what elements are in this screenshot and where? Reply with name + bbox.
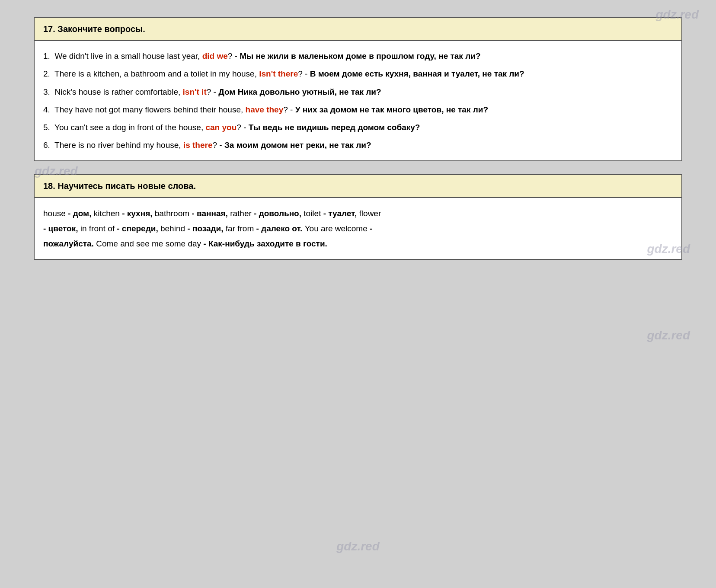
sentence-2-translation: В моем доме есть кухня, ванная и туалет,…: [310, 69, 524, 78]
vocab-flower-en: flower: [359, 209, 381, 218]
sentence-1-before: 1. We didn't live in a small house last …: [43, 51, 202, 61]
sentence-6: 6. There is no river behind my house, is…: [43, 138, 673, 152]
vocab-infront-en: in front of: [80, 224, 115, 233]
sentence-3-after: ? -: [207, 87, 218, 96]
vocab-come-en: Come and see me some day: [96, 239, 201, 248]
exercise-17-block: 17. Закончите вопросы. 1. We didn't live…: [34, 17, 682, 161]
sentence-1-highlight: did we: [202, 51, 228, 61]
exercise-18-title: 18. Научитесь писать новые слова.: [43, 181, 196, 191]
sentence-4-after: ? -: [283, 105, 295, 114]
vocab-come-ru: - Как-нибудь заходите в гости.: [203, 239, 327, 248]
vocab-house-en: house: [43, 209, 66, 218]
sentence-3-before: 3. Nick's house is rather comfortable,: [43, 87, 183, 96]
sentence-5: 5. You can't see a dog in front of the h…: [43, 120, 673, 134]
sentence-3-translation: Дом Ника довольно уютный, не так ли?: [218, 87, 381, 96]
exercise-17-title: 17. Закончите вопросы.: [43, 24, 145, 34]
vocab-bathroom-en: bathroom: [155, 209, 189, 218]
sentence-6-after: ? -: [212, 141, 224, 150]
sentence-4-highlight: have they: [246, 105, 284, 114]
exercise-18-header: 18. Научитесь писать новые слова.: [35, 175, 681, 198]
exercise-18-content: house - дом, kitchen - кухня, bathroom -…: [35, 198, 681, 259]
sentence-2: 2. There is a kitchen, a bathroom and a …: [43, 67, 673, 81]
vocab-house-ru: - дом,: [68, 209, 91, 218]
sentence-1-translation: Мы не жили в маленьком доме в прошлом го…: [240, 51, 480, 61]
sentence-1: 1. We didn't live in a small house last …: [43, 49, 673, 63]
vocab-rather-ru: - довольно,: [254, 209, 301, 218]
vocab-rather-en: rather: [230, 209, 252, 218]
sentence-5-highlight: can you: [205, 123, 237, 132]
sentence-5-before: 5. You can't see a dog in front of the h…: [43, 123, 205, 132]
sentence-5-translation: Ты ведь не видишь перед домом собаку?: [249, 123, 420, 132]
sentence-6-before: 6. There is no river behind my house,: [43, 141, 183, 150]
exercise-17-header: 17. Закончите вопросы.: [35, 18, 681, 41]
vocab-infront-ru: - спереди,: [117, 224, 158, 233]
vocab-behind-ru: - позади,: [187, 224, 223, 233]
exercise-17-content: 1. We didn't live in a small house last …: [35, 41, 681, 160]
sentence-2-after: ? -: [298, 69, 310, 78]
sentence-2-before: 2. There is a kitchen, a bathroom and a …: [43, 69, 259, 78]
vocab-kitchen-ru: - кухня,: [122, 209, 152, 218]
watermark-bottom: gdz.red: [336, 540, 380, 553]
sentence-1-after: ? -: [228, 51, 240, 61]
sentence-6-translation: За моим домом нет реки, не так ли?: [224, 141, 371, 150]
sentence-4: 4. They have not got many flowers behind…: [43, 102, 673, 117]
sentence-2-highlight: isn't there: [259, 69, 298, 78]
vocab-kitchen-en: kitchen: [94, 209, 120, 218]
vocab-welcome-ru2: пожалуйста.: [43, 239, 94, 248]
sentence-4-before: 4. They have not got many flowers behind…: [43, 105, 246, 114]
vocab-toilet-en: toilet: [304, 209, 321, 218]
sentence-6-highlight: is there: [183, 141, 213, 150]
vocab-farfrom-en: far from: [226, 224, 254, 233]
vocab-welcome-en: You are welcome: [305, 224, 368, 233]
vocab-welcome-ru: -: [370, 224, 372, 233]
sentence-3: 3. Nick's house is rather comfortable, i…: [43, 85, 673, 99]
sentence-4-translation: У них за домом не так много цветов, не т…: [295, 105, 488, 114]
vocab-bathroom-ru: - ванная,: [192, 209, 228, 218]
page-container: 17. Закончите вопросы. 1. We didn't live…: [34, 17, 682, 273]
sentence-5-after: ? -: [237, 123, 248, 132]
exercise-18-block: 18. Научитесь писать новые слова. house …: [34, 174, 682, 260]
watermark-mid3: gdz.red: [647, 329, 690, 342]
sentence-3-highlight: isn't it: [183, 87, 207, 96]
vocab-behind-en: behind: [160, 224, 185, 233]
vocab-flower-ru: - цветок,: [43, 224, 78, 233]
vocab-farfrom-ru: - далеко от.: [256, 224, 303, 233]
vocab-toilet-ru: - туалет,: [323, 209, 357, 218]
